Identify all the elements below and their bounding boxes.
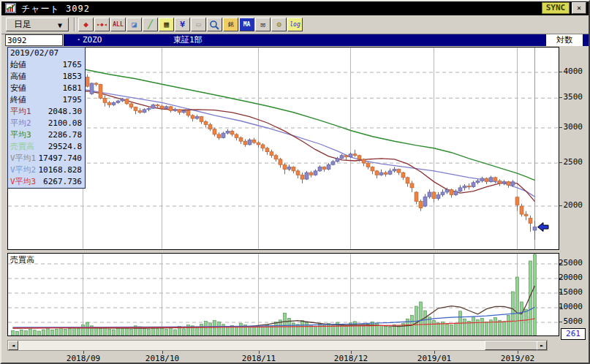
eraser-button[interactable]: ◪ [126,18,142,31]
horizontal-scrollbar[interactable]: ◄ ► [7,340,548,351]
date-tick-label: 2018/10 [140,354,184,363]
scroll-left-arrow-icon[interactable]: ◄ [8,341,18,350]
mail-button[interactable]: ✉ [255,18,271,31]
chart-window: チャート 3092 SYNC ✕ 日足 ▼ ◆▸◆◂ALL◪╱▦¥▭銘MA✉⚙l… [0,0,590,364]
quote-row-label: 始値 [10,59,26,71]
sync-button[interactable]: SYNC [542,2,570,14]
quote-row: 売買高29524.8 [8,141,85,153]
stock-name: ZOZO [83,35,102,45]
quote-row: 平均32286.78 [8,129,85,141]
price-axis: 40003500300025002000 [559,47,590,250]
quote-row: 安値1681 [8,83,85,94]
price-tick-label: 3500 [564,92,583,102]
quote-row-label: 高値 [10,71,26,83]
price-yen-button[interactable]: ¥ [175,18,190,31]
quote-row-value: 17497.740 [38,153,82,164]
volume-pane-title: 売買高 [10,254,34,265]
timeframe-label: 日足 [14,19,31,29]
price-tick-label: 4000 [564,67,583,76]
price-tick-label: 2500 [564,157,583,167]
quote-row-label: 安値 [10,83,26,94]
log-scale-indicator[interactable]: 対数 [546,34,583,46]
volume-tick-label: 10000 [559,302,583,311]
toolbar-buttons: ◆▸◆◂ALL◪╱▦¥▭銘MA✉⚙log [78,18,303,32]
toolbar-separator [74,18,75,31]
chevron-down-icon: ▼ [58,19,62,31]
quote-row: V平均210168.828 [8,164,85,176]
volume-tick-label: 20000 [559,273,583,282]
quote-date: 2019/02/07 [10,48,58,59]
candle-width-shrink-button[interactable]: ▸◆◂ [94,18,110,31]
price-tick [559,162,562,163]
bullet-icon: ・ [75,35,83,45]
quote-row: 始値1765 [8,59,85,71]
quote-row-label: 売買高 [10,141,34,153]
ma-settings-button[interactable]: MA [239,18,254,31]
quote-row-label: V平均3 [10,176,36,188]
quote-row-label: V平均1 [10,153,36,164]
show-all-range-button[interactable]: ALL [110,18,126,31]
timeframe-dropdown[interactable]: 日足 ▼ [6,18,69,31]
trendline-draw-button[interactable]: ╱ [143,18,158,31]
settings-gear-button[interactable]: ⚙ [271,18,287,31]
price-chart-pane[interactable] [7,47,559,250]
date-tick-label: 2018/09 [61,354,105,363]
quote-row-label: 平均3 [10,129,31,141]
quote-row-value: 29524.8 [48,141,82,153]
toolbar: 日足 ▼ ◆▸◆◂ALL◪╱▦¥▭銘MA✉⚙log [1,15,589,34]
instrument-header: ・ZOZO 東証1部 対数 [1,34,589,46]
measure-button[interactable]: ▭ [191,18,206,31]
quote-row: V平均117497.740 [8,153,85,164]
price-tick [559,97,562,98]
magnifier-icon [209,20,220,31]
quote-row-label: 平均2 [10,118,31,129]
scrollbar-thumb[interactable] [485,341,537,350]
quote-row-value: 1765 [63,59,83,71]
volume-tick [559,322,562,322]
quote-row-label: 平均1 [10,106,31,118]
quote-row-value: 2286.78 [48,129,82,141]
price-tick [559,72,562,72]
price-tick-label: 3000 [564,122,583,132]
date-axis: 2018/092018/102018/112018/122019/012019/… [7,351,559,364]
quote-row: 平均22100.08 [8,118,85,129]
quote-row-value: 10168.828 [38,164,82,176]
quote-row: 高値1853 [8,71,85,83]
app-icon [5,3,16,13]
volume-axis: 250002000015000100005000 [559,253,590,336]
quote-row-value: 6267.736 [43,176,82,188]
close-button[interactable]: ✕ [572,2,586,14]
scroll-right-arrow-icon[interactable]: ► [537,341,547,350]
volume-chart-pane[interactable]: 売買高 [7,253,559,336]
stock-code-input[interactable] [5,34,63,46]
quote-row: 平均12048.30 [8,106,85,118]
window-title: チャート 3092 [21,3,90,15]
quote-row-value: 1681 [63,83,83,94]
quote-row: 終値1795 [8,94,85,106]
bar-count-box: 261 [561,328,586,340]
price-tick [559,205,562,206]
market-section: 東証1部 [173,34,203,46]
title-bar[interactable]: チャート 3092 SYNC ✕ [1,1,589,15]
last-price-arrow-icon [538,223,549,232]
stock-picker-button[interactable]: 銘 [223,18,238,31]
date-tick-label: 2019/01 [412,354,456,363]
quote-row-value: 2048.30 [48,106,82,118]
date-tick-label: 2019/02 [496,354,540,363]
volume-tick-label: 25000 [559,258,583,268]
volume-tick-label: 15000 [559,287,583,297]
candle-width-expand-button[interactable]: ◆ [78,18,94,31]
date-tick-label: 2018/11 [237,354,281,363]
log-scale-button[interactable]: log [287,18,303,31]
quote-row-label: V平均2 [10,164,36,176]
band-endcap [583,34,589,46]
quote-row-value: 1795 [63,94,83,106]
price-tick-label: 2000 [564,200,583,210]
quote-row-value: 1853 [63,71,83,83]
price-tick [559,127,562,128]
quote-row-value: 2100.08 [48,118,82,129]
pane-layout-button[interactable]: ▦ [159,18,174,31]
quote-row-label: 終値 [10,94,26,106]
instrument-band: ・ZOZO 東証1部 [64,34,546,46]
zoom-magnifier-button[interactable] [207,18,222,31]
